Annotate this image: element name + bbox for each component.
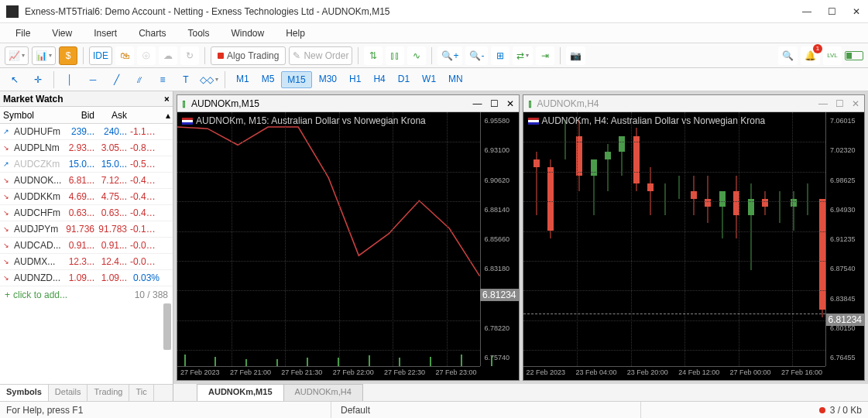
- timeframe-w1[interactable]: W1: [417, 71, 441, 88]
- status-bar: For Help, press F1 Default 3 / 0 Kb: [0, 401, 868, 418]
- chart-title-m15[interactable]: ⫿ AUDNOKm,M15 — ☐ ✕: [177, 95, 519, 112]
- symbol-row[interactable]: ↘ AUDPLNm 2.93... 3.05... -0.87%: [0, 140, 173, 156]
- hline-icon[interactable]: ─: [83, 70, 103, 89]
- chart-canvas-m15[interactable]: AUDNOKm, M15: Australian Dollar vs Norwe…: [177, 112, 519, 380]
- symbol-row[interactable]: ↘ AUDCHFm 0.63... 0.63... -0.45%: [0, 205, 173, 221]
- scrollbar-thumb[interactable]: [163, 303, 171, 350]
- symbol-row[interactable]: ↗ AUDCZKm 15.0... 15.0... -0.51%: [0, 156, 173, 173]
- symbol-row[interactable]: ↘ AUDDKKm 4.69... 4.75... -0.46%: [0, 189, 173, 205]
- battery-icon: [845, 51, 863, 60]
- tab-details[interactable]: Details: [49, 385, 88, 401]
- market-watch-tabs: Symbols Details Trading Tic: [0, 384, 173, 401]
- chart-icon: ⫿: [182, 98, 187, 109]
- timeframe-m1[interactable]: M1: [231, 71, 255, 88]
- chart-up-icon[interactable]: ⇅: [364, 46, 383, 65]
- menu-insert[interactable]: Insert: [83, 25, 128, 42]
- timeframe-m30[interactable]: M30: [314, 71, 342, 88]
- symbol-row[interactable]: ↘ AUDNOK... 6.81... 7.12... -0.47%: [0, 173, 173, 189]
- zoom-in-icon[interactable]: 🔍+: [437, 46, 462, 65]
- ide-button[interactable]: IDE: [89, 46, 112, 65]
- chart-minimize-icon[interactable]: —: [473, 98, 482, 109]
- minimize-button[interactable]: —: [801, 6, 812, 17]
- tab-symbols[interactable]: Symbols: [0, 385, 49, 401]
- tab-trading[interactable]: Trading: [87, 385, 129, 401]
- new-order-button[interactable]: ✎ New Order: [289, 46, 352, 65]
- timeframe-h4[interactable]: H4: [368, 71, 390, 88]
- app-icon: [6, 5, 19, 18]
- window-title: Exness-MT5Trial6: Demo Account - Netting…: [25, 6, 801, 17]
- timeframe-d1[interactable]: D1: [393, 71, 415, 88]
- trendline-icon[interactable]: ╱: [106, 70, 126, 89]
- chart-canvas-h4[interactable]: AUDNOKm, H4: Australian Dollar vs Norweg…: [523, 112, 865, 380]
- market-watch-columns: Symbol Bid Ask ▴: [0, 107, 173, 124]
- main-toolbar: 📈 📊 $ IDE 🛍 ⦾ ☁ ↻ Algo Trading ✎ New Ord…: [0, 43, 868, 68]
- menu-file[interactable]: File: [5, 25, 41, 42]
- status-help: For Help, press F1: [6, 402, 331, 418]
- bar-chart-dropdown[interactable]: 📊: [32, 46, 56, 65]
- menu-window[interactable]: Window: [221, 25, 276, 42]
- main-area: Market Watch × Symbol Bid Ask ▴ ↗ AUDHUF…: [0, 91, 868, 401]
- shop-icon[interactable]: 🛍: [115, 46, 134, 65]
- grid-icon[interactable]: ⊞: [491, 46, 509, 65]
- refresh-icon[interactable]: ↻: [180, 46, 199, 65]
- algo-trading-button[interactable]: Algo Trading: [211, 46, 286, 65]
- chart-tabs: AUDNOKm,M15 AUDNOKm,H4: [173, 384, 868, 401]
- symbol-row[interactable]: ↘ AUDCAD... 0.91... 0.91... -0.09%: [0, 238, 173, 254]
- chart-tab-m15[interactable]: AUDNOKm,M15: [197, 384, 284, 401]
- chart-window-m15: ⫿ AUDNOKm,M15 — ☐ ✕ AUDNOKm, M15: Austra…: [177, 94, 520, 381]
- cloud-icon[interactable]: ☁: [159, 46, 177, 65]
- menu-help[interactable]: Help: [275, 25, 316, 42]
- vline-icon[interactable]: │: [60, 70, 80, 89]
- dollar-button[interactable]: $: [59, 46, 77, 65]
- crosshair-icon[interactable]: ✛: [28, 70, 48, 89]
- tab-ticks[interactable]: Tic: [129, 385, 153, 401]
- level-icon[interactable]: LVL: [823, 46, 842, 65]
- zoom-out-icon[interactable]: 🔍-: [465, 46, 488, 65]
- market-watch-add[interactable]: + click to add... 10 / 388: [0, 286, 173, 303]
- scroll-up-icon[interactable]: ▴: [163, 110, 173, 121]
- scroll-icon[interactable]: ⇄: [513, 46, 533, 65]
- maximize-button[interactable]: ☐: [826, 6, 837, 17]
- close-button[interactable]: ✕: [851, 6, 862, 17]
- timeframe-h1[interactable]: H1: [344, 71, 366, 88]
- channel-icon[interactable]: ⫽: [129, 70, 149, 89]
- text-icon[interactable]: T: [176, 70, 196, 89]
- chart-close-icon[interactable]: ✕: [852, 98, 859, 109]
- timeframe-m5[interactable]: M5: [256, 71, 280, 88]
- symbol-row[interactable]: ↘ AUDMX... 12.3... 12.4... -0.07%: [0, 254, 173, 270]
- signal-icon[interactable]: ⦾: [137, 46, 156, 65]
- candles-icon[interactable]: ⫿⫿: [386, 46, 404, 65]
- menu-tools[interactable]: Tools: [177, 25, 221, 42]
- chart-maximize-icon[interactable]: ☐: [835, 98, 844, 109]
- wave-icon[interactable]: ∿: [407, 46, 426, 65]
- timeframe-m15[interactable]: M15: [281, 71, 311, 88]
- chart-title-h4[interactable]: ⫿ AUDNOKm,H4 — ☐ ✕: [523, 95, 865, 112]
- shift-icon[interactable]: ⇥: [536, 46, 554, 65]
- status-profile: Default: [331, 402, 641, 418]
- notifications-icon[interactable]: 🔔: [801, 46, 820, 65]
- price-marker: 6.81234: [826, 314, 864, 326]
- title-bar: Exness-MT5Trial6: Demo Account - Netting…: [0, 0, 868, 23]
- objects-dropdown[interactable]: ◇◇: [199, 70, 219, 89]
- market-watch-panel: Market Watch × Symbol Bid Ask ▴ ↗ AUDHUF…: [0, 91, 173, 401]
- charts-area: ⫿ AUDNOKm,M15 — ☐ ✕ AUDNOKm, M15: Austra…: [173, 91, 868, 401]
- cursor-icon[interactable]: ↖: [5, 70, 25, 89]
- chart-window-h4: ⫿ AUDNOKm,H4 — ☐ ✕ AUDNOKm, H4: Australi…: [523, 94, 866, 381]
- line-chart-dropdown[interactable]: 📈: [5, 46, 29, 65]
- market-watch-close-icon[interactable]: ×: [164, 94, 170, 104]
- symbol-row[interactable]: ↘ AUDNZD... 1.09... 1.09... 0.03%: [0, 270, 173, 286]
- drawing-toolbar: ↖ ✛ │ ─ ╱ ⫽ ≡ T ◇◇ M1M5M15M30H1H4D1W1MN: [0, 68, 868, 91]
- search-icon[interactable]: 🔍: [778, 46, 798, 65]
- chart-tab-h4[interactable]: AUDNOKm,H4: [283, 384, 363, 401]
- menu-view[interactable]: View: [41, 25, 83, 42]
- chart-minimize-icon[interactable]: —: [818, 98, 828, 109]
- price-line: [523, 314, 826, 314]
- camera-icon[interactable]: 📷: [566, 46, 585, 65]
- chart-maximize-icon[interactable]: ☐: [490, 98, 499, 109]
- fib-icon[interactable]: ≡: [153, 70, 173, 89]
- symbol-row[interactable]: ↘ AUDJPYm 91.736 91.783 -0.12%: [0, 221, 173, 238]
- chart-close-icon[interactable]: ✕: [506, 98, 514, 109]
- symbol-row[interactable]: ↗ AUDHUFm 239... 240... -1.12%: [0, 124, 173, 140]
- timeframe-mn[interactable]: MN: [443, 71, 468, 88]
- menu-charts[interactable]: Charts: [128, 25, 177, 42]
